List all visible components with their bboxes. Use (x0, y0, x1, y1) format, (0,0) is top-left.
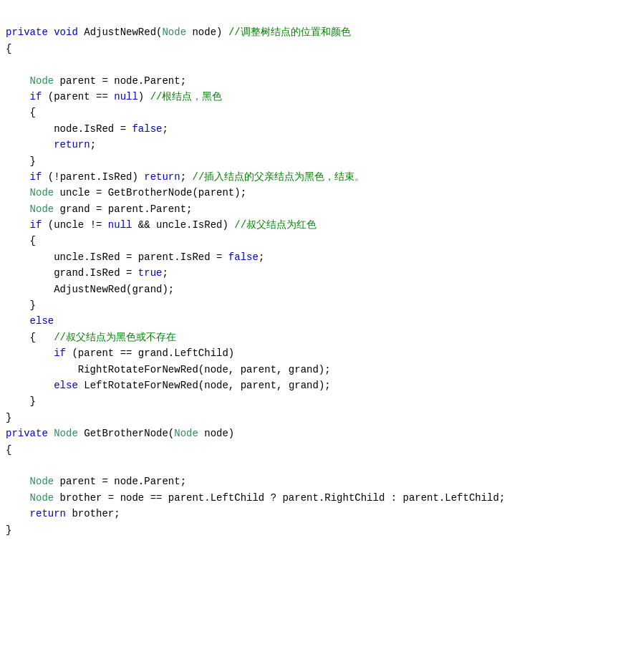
line-14: { (6, 235, 36, 246)
line-16: grand.IsRed = true; (6, 267, 168, 279)
line-15: uncle.IsRed = parent.IsRed = false; (6, 251, 264, 263)
line-18: } (6, 299, 36, 311)
line-4: Node parent = node.Parent; (6, 75, 186, 87)
line-12: Node grand = parent.Parent; (6, 203, 192, 215)
line-2: { (6, 43, 11, 54)
line-10: if (!parent.IsRed) return; //插入结点的父亲结点为黑… (6, 171, 364, 183)
line-26: private Node GetBrotherNode(Node node) (6, 428, 234, 439)
line-19: else (6, 315, 54, 327)
line-1: private void AdjustNewRed(Node node) //调… (6, 27, 351, 38)
line-22: RightRotateForNewRed(node, parent, grand… (6, 364, 331, 375)
line-9: } (6, 155, 36, 167)
line-23: else LeftRotateForNewRed(node, parent, g… (6, 380, 331, 391)
line-6: { (6, 107, 36, 118)
line-5: if (parent == null) //根结点，黑色 (6, 91, 222, 102)
line-20: { //叔父结点为黑色或不存在 (6, 332, 176, 343)
line-13: if (uncle != null && uncle.IsRed) //叔父结点… (6, 219, 317, 231)
line-25: } (6, 412, 11, 423)
line-30: Node brother = node == parent.LeftChild … (6, 492, 505, 504)
line-24: } (6, 395, 36, 407)
line-32: } (6, 524, 11, 536)
line-8: return; (6, 139, 96, 150)
line-17: AdjustNewRed(grand); (6, 284, 174, 295)
line-31: return brother; (6, 508, 120, 519)
line-29: Node parent = node.Parent; (6, 476, 186, 487)
line-11: Node uncle = GetBrotherNode(parent); (6, 187, 246, 198)
line-7: node.IsRed = false; (6, 123, 168, 135)
line-21: if (parent == grand.LeftChild) (6, 347, 234, 359)
code-block: private void AdjustNewRed(Node node) //调… (0, 6, 623, 541)
line-27: { (6, 444, 11, 456)
